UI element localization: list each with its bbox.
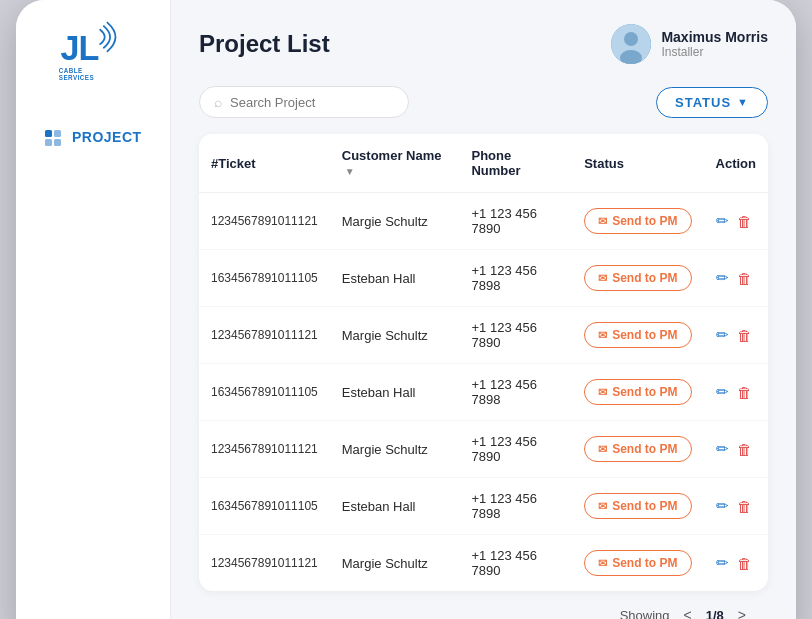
table-body: 1234567891011121 Margie Schultz +1 123 4… [199, 193, 768, 592]
action-icons: ✏ 🗑 [716, 497, 756, 515]
sidebar: J L CABLE SERVICES [16, 0, 171, 619]
cell-status: ✉ Send to PM [572, 535, 703, 592]
svg-point-9 [624, 32, 638, 46]
prev-page-button[interactable]: < [680, 605, 696, 619]
table-row: 1634567891011105 Esteban Hall +1 123 456… [199, 364, 768, 421]
edit-icon[interactable]: ✏ [716, 497, 729, 515]
cell-action: ✏ 🗑 [704, 421, 768, 478]
sidebar-item-project[interactable]: PROJECT [24, 116, 162, 158]
send-to-pm-button[interactable]: ✉ Send to PM [584, 493, 691, 519]
send-to-pm-button[interactable]: ✉ Send to PM [584, 550, 691, 576]
status-filter-button[interactable]: STATUS ▼ [656, 87, 768, 118]
delete-icon[interactable]: 🗑 [737, 270, 752, 287]
status-label: STATUS [675, 95, 731, 110]
send-to-pm-button[interactable]: ✉ Send to PM [584, 265, 691, 291]
cell-status: ✉ Send to PM [572, 307, 703, 364]
action-icons: ✏ 🗑 [716, 269, 756, 287]
col-action: Action [704, 134, 768, 193]
cell-phone: +1 123 456 7898 [459, 364, 572, 421]
cell-ticket: 1634567891011105 [199, 250, 330, 307]
user-info: Maximus Morris Installer [661, 29, 768, 59]
send-icon: ✉ [598, 386, 607, 399]
svg-text:J: J [61, 29, 80, 67]
edit-icon[interactable]: ✏ [716, 554, 729, 572]
next-page-button[interactable]: > [734, 605, 750, 619]
cell-customer: Esteban Hall [330, 478, 460, 535]
action-icons: ✏ 🗑 [716, 326, 756, 344]
send-to-pm-button[interactable]: ✉ Send to PM [584, 379, 691, 405]
send-icon: ✉ [598, 215, 607, 228]
send-icon: ✉ [598, 272, 607, 285]
col-ticket: #Ticket [199, 134, 330, 193]
table-header: #Ticket Customer Name ▼ Phone Number Sta… [199, 134, 768, 193]
chevron-down-icon: ▼ [737, 96, 749, 108]
edit-icon[interactable]: ✏ [716, 440, 729, 458]
pagination: Showing < 1/8 > [199, 591, 768, 619]
svg-rect-6 [45, 139, 52, 146]
cell-status: ✉ Send to PM [572, 478, 703, 535]
action-icons: ✏ 🗑 [716, 554, 756, 572]
cell-ticket: 1634567891011105 [199, 364, 330, 421]
send-icon: ✉ [598, 500, 607, 513]
cell-phone: +1 123 456 7890 [459, 535, 572, 592]
search-icon: ⌕ [214, 94, 222, 110]
page-indicator: 1/8 [700, 606, 730, 620]
table-row: 1634567891011105 Esteban Hall +1 123 456… [199, 478, 768, 535]
edit-icon[interactable]: ✏ [716, 326, 729, 344]
sort-icon: ▼ [345, 166, 355, 177]
project-icon [42, 126, 64, 148]
cell-ticket: 1234567891011121 [199, 421, 330, 478]
col-customer[interactable]: Customer Name ▼ [330, 134, 460, 193]
cell-ticket: 1634567891011105 [199, 478, 330, 535]
table-row: 1634567891011105 Esteban Hall +1 123 456… [199, 250, 768, 307]
delete-icon[interactable]: 🗑 [737, 441, 752, 458]
cell-action: ✏ 🗑 [704, 250, 768, 307]
cell-action: ✏ 🗑 [704, 193, 768, 250]
cell-status: ✉ Send to PM [572, 421, 703, 478]
delete-icon[interactable]: 🗑 [737, 555, 752, 572]
svg-rect-5 [54, 130, 61, 137]
delete-icon[interactable]: 🗑 [737, 384, 752, 401]
cell-action: ✏ 🗑 [704, 364, 768, 421]
cell-action: ✏ 🗑 [704, 478, 768, 535]
send-icon: ✉ [598, 329, 607, 342]
send-to-pm-button[interactable]: ✉ Send to PM [584, 436, 691, 462]
cell-customer: Esteban Hall [330, 364, 460, 421]
delete-icon[interactable]: 🗑 [737, 327, 752, 344]
user-role: Installer [661, 45, 703, 59]
cell-customer: Margie Schultz [330, 307, 460, 364]
col-phone: Phone Number [459, 134, 572, 193]
send-icon: ✉ [598, 443, 607, 456]
project-table: #Ticket Customer Name ▼ Phone Number Sta… [199, 134, 768, 591]
edit-icon[interactable]: ✏ [716, 383, 729, 401]
avatar [611, 24, 651, 64]
cell-action: ✏ 🗑 [704, 535, 768, 592]
cell-action: ✏ 🗑 [704, 307, 768, 364]
delete-icon[interactable]: 🗑 [737, 498, 752, 515]
cell-phone: +1 123 456 7898 [459, 250, 572, 307]
action-icons: ✏ 🗑 [716, 440, 756, 458]
showing-label: Showing [620, 608, 670, 620]
cell-status: ✉ Send to PM [572, 364, 703, 421]
search-box[interactable]: ⌕ [199, 86, 409, 118]
cell-status: ✉ Send to PM [572, 250, 703, 307]
cell-ticket: 1234567891011121 [199, 193, 330, 250]
col-status: Status [572, 134, 703, 193]
action-icons: ✏ 🗑 [716, 212, 756, 230]
toolbar: ⌕ STATUS ▼ [199, 86, 768, 118]
send-icon: ✉ [598, 557, 607, 570]
svg-rect-4 [45, 130, 52, 137]
send-to-pm-button[interactable]: ✉ Send to PM [584, 208, 691, 234]
svg-rect-7 [54, 139, 61, 146]
main-content: Project List Maximus Morris Installer [171, 0, 796, 619]
svg-text:L: L [79, 29, 100, 67]
delete-icon[interactable]: 🗑 [737, 213, 752, 230]
svg-text:SERVICES: SERVICES [59, 74, 94, 80]
edit-icon[interactable]: ✏ [716, 269, 729, 287]
send-to-pm-button[interactable]: ✉ Send to PM [584, 322, 691, 348]
table-row: 1234567891011121 Margie Schultz +1 123 4… [199, 307, 768, 364]
search-input[interactable] [230, 95, 380, 110]
edit-icon[interactable]: ✏ [716, 212, 729, 230]
cell-status: ✉ Send to PM [572, 193, 703, 250]
table-row: 1234567891011121 Margie Schultz +1 123 4… [199, 421, 768, 478]
